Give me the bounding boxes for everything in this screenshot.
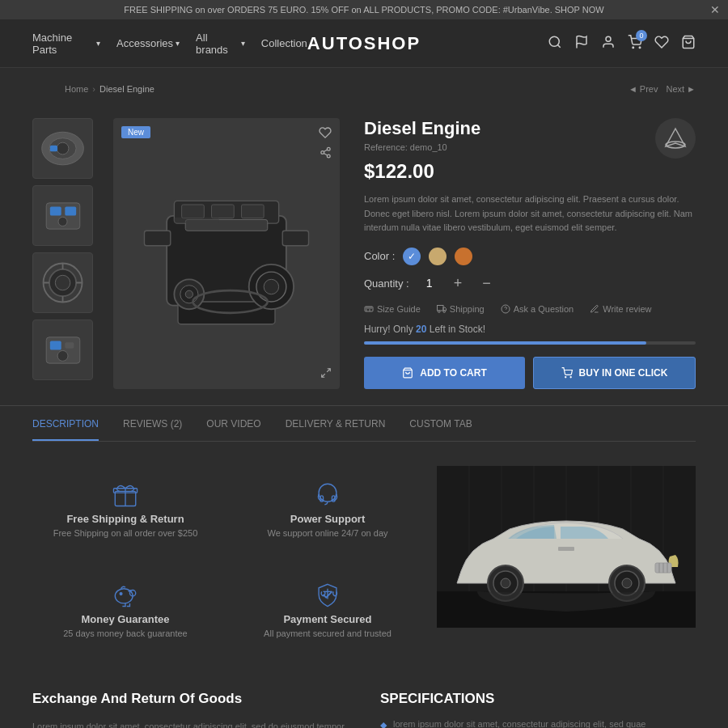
thumbnail-3[interactable] <box>32 252 93 313</box>
thumbnail-1[interactable] <box>32 118 93 179</box>
wishlist-button[interactable] <box>319 126 332 142</box>
next-button[interactable]: Next ► <box>666 84 696 94</box>
feature-payment-title: Payment Secured <box>247 613 408 625</box>
chevron-down-icon: ▾ <box>241 39 245 48</box>
close-banner-button[interactable]: ✕ <box>710 3 720 16</box>
breadcrumb-home[interactable]: Home <box>65 84 88 94</box>
nav-collection[interactable]: Collection <box>261 37 307 49</box>
buy-now-button[interactable]: BUY IN ONE CLICK <box>533 357 696 389</box>
ask-question-label: Ask a Question <box>514 304 574 314</box>
svg-point-58 <box>438 311 440 313</box>
write-review-link[interactable]: Write review <box>590 304 651 314</box>
logo[interactable]: AUTOSHOP <box>307 33 421 54</box>
stock-info: Hurry! Only 20 Left in Stock! <box>364 324 696 335</box>
product-description: Lorem ipsum dolor sit amet, consectetur … <box>364 193 696 235</box>
cart-icon[interactable]: 0 <box>628 35 642 53</box>
nav-icons: 0 <box>421 35 696 53</box>
exchange-title: Exchange And Return Of Goods <box>32 691 348 707</box>
product-section: New <box>0 110 728 405</box>
stock-number: 20 <box>416 324 426 335</box>
cart-count: 0 <box>636 30 647 41</box>
feature-money: Money Guarantee 25 days money back guara… <box>32 566 218 650</box>
specs-title: SPECIFICATIONS <box>380 691 696 707</box>
svg-rect-23 <box>49 341 61 349</box>
color-swatch-blue[interactable]: ✓ <box>403 248 421 265</box>
svg-point-28 <box>327 154 330 158</box>
svg-point-24 <box>57 350 68 361</box>
svg-rect-25 <box>65 342 74 348</box>
size-guide-label: Size Guide <box>377 304 421 314</box>
chevron-down-icon: ▾ <box>176 39 180 48</box>
prev-next-nav: ◄ Prev Next ► <box>629 84 696 94</box>
tab-description[interactable]: DESCRIPTION <box>32 418 99 441</box>
svg-rect-10 <box>49 145 57 150</box>
wishlist-icon[interactable] <box>654 35 669 53</box>
color-swatch-gold[interactable] <box>429 248 447 265</box>
user-icon[interactable] <box>601 35 616 53</box>
product-price: $122.00 <box>364 160 696 183</box>
svg-rect-56 <box>437 305 443 311</box>
svg-point-14 <box>58 217 67 226</box>
new-badge: New <box>121 126 150 138</box>
breadcrumb-current: Diesel Engine <box>99 84 154 94</box>
car-image <box>437 466 696 628</box>
product-reference: Reference: demo_10 <box>364 142 480 152</box>
tab-custom[interactable]: CUSTOM TAB <box>409 418 472 441</box>
tab-reviews[interactable]: REVIEWS (2) <box>123 418 182 441</box>
svg-point-59 <box>443 311 446 313</box>
exchange-section: Exchange And Return Of Goods Lorem ipsum… <box>32 691 348 728</box>
size-guide-link[interactable]: Size Guide <box>364 304 421 314</box>
nav-accessories[interactable]: Accessories ▾ <box>116 37 180 49</box>
color-swatch-orange[interactable] <box>455 248 472 265</box>
chevron-down-icon: ▾ <box>96 39 100 48</box>
svg-point-9 <box>57 142 69 154</box>
gift-icon <box>109 478 142 510</box>
ask-question-link[interactable]: Ask a Question <box>501 304 574 314</box>
bag-icon[interactable] <box>681 35 696 53</box>
nav-machine-parts[interactable]: Machine Parts ▾ <box>32 32 100 56</box>
feature-support: Power Support We support online 24/7 on … <box>235 466 421 550</box>
thumbnail-2[interactable] <box>32 185 93 246</box>
product-info: Diesel Engine Reference: demo_10 $122.00… <box>356 118 696 389</box>
svg-point-50 <box>666 142 685 148</box>
engine-image <box>121 156 332 350</box>
car-svg <box>437 466 696 628</box>
quantity-decrease-button[interactable]: − <box>478 275 495 292</box>
main-product-image: New <box>113 118 340 389</box>
svg-rect-13 <box>65 206 76 215</box>
quantity-increase-button[interactable]: + <box>450 275 467 292</box>
svg-rect-34 <box>212 205 235 218</box>
thumbnail-4[interactable] <box>32 320 93 380</box>
flag-icon[interactable] <box>574 35 589 53</box>
shipping-link[interactable]: Shipping <box>437 304 485 314</box>
search-icon[interactable] <box>548 35 562 53</box>
prev-button[interactable]: ◄ Prev <box>629 84 658 94</box>
write-review-label: Write review <box>603 304 651 314</box>
quantity-value: 1 <box>421 277 438 290</box>
add-to-cart-button[interactable]: ADD TO CART <box>364 357 525 389</box>
svg-point-41 <box>185 291 193 298</box>
svg-point-4 <box>633 47 634 49</box>
svg-point-64 <box>570 376 571 377</box>
stock-text: Hurry! Only <box>364 324 413 335</box>
thumbnail-list <box>32 118 97 389</box>
breadcrumb: Home › Diesel Engine <box>32 76 187 102</box>
nav-all-brands[interactable]: All brands ▾ <box>196 32 245 56</box>
promo-banner: FREE SHIPPING on over ORDERS 75 EURO. 15… <box>0 0 728 19</box>
svg-marker-57 <box>443 307 447 311</box>
stock-fill <box>364 341 646 345</box>
expand-icon[interactable] <box>320 367 332 381</box>
tab-video[interactable]: OUR VIDEO <box>206 418 260 441</box>
tabs-nav: DESCRIPTION REVIEWS (2) OUR VIDEO DELIVE… <box>32 406 696 442</box>
stock-suffix: Left in Stock! <box>430 324 485 335</box>
breadcrumb-row: Home › Diesel Engine ◄ Prev Next ► <box>0 68 728 110</box>
shipping-label: Shipping <box>450 304 485 314</box>
svg-line-30 <box>324 150 327 151</box>
tab-delivery[interactable]: DELIVERY & RETURN <box>286 418 386 441</box>
svg-point-73 <box>120 593 122 595</box>
bottom-sections: Exchange And Return Of Goods Lorem ipsum… <box>0 675 728 728</box>
share-button[interactable] <box>320 146 332 161</box>
svg-point-17 <box>55 275 70 290</box>
features-section: Free Shipping & Return Free Shipping on … <box>0 442 728 675</box>
svg-point-68 <box>319 484 336 502</box>
